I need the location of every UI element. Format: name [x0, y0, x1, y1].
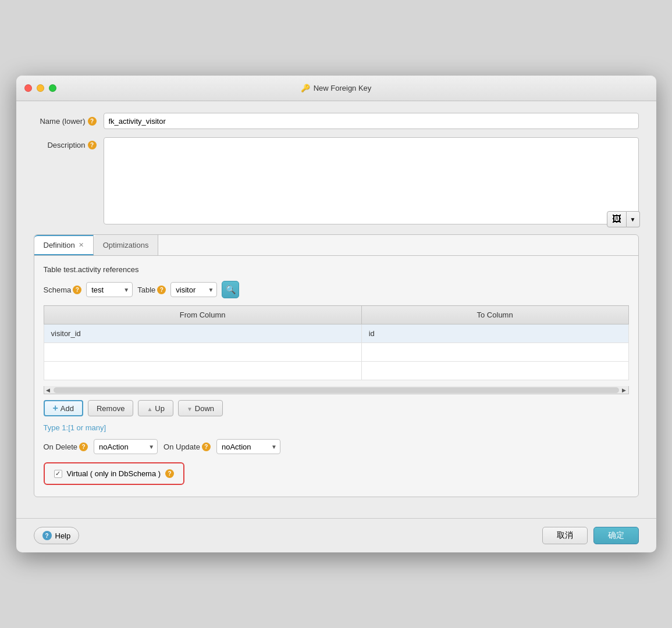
close-button[interactable]: [24, 84, 32, 92]
add-button[interactable]: + Add: [44, 400, 83, 416]
description-label: Description ?: [34, 137, 104, 149]
tab-definition-close[interactable]: ✕: [79, 241, 84, 249]
table-row[interactable]: visitor_id id: [44, 324, 628, 343]
tab-definition[interactable]: Definition ✕: [34, 235, 94, 255]
bottom-bar: ? Help 取消 确定: [16, 518, 656, 552]
textarea-icon-btn[interactable]: 🖼: [607, 211, 627, 227]
traffic-lights: [24, 84, 56, 92]
on-delete-select-wrapper: noAction cascade setNull restrict ▼: [94, 439, 158, 454]
textarea-button-group: 🖼 ▼: [607, 211, 640, 227]
on-update-select-wrapper: noAction cascade setNull restrict ▼: [216, 439, 280, 454]
from-column-cell: [44, 343, 361, 362]
to-column-cell: [361, 362, 628, 380]
to-column-header: To Column: [361, 306, 628, 324]
name-row: Name (lower) ?: [34, 113, 639, 129]
help-button[interactable]: ? Help: [34, 527, 80, 544]
tabs-header: Definition ✕ Optimizations: [34, 235, 638, 256]
schema-table-row: Schema ? test ▼ Table ?: [44, 281, 629, 298]
from-column-cell[interactable]: visitor_id: [44, 324, 361, 343]
window-title: 🔑 New Foreign Key: [301, 84, 372, 92]
tab-definition-content: Table test.activity references Schema ? …: [34, 256, 638, 497]
virtual-label: Virtual ( only in DbSchema ): [67, 469, 161, 478]
on-update-label: On Update ?: [163, 443, 211, 451]
virtual-checkbox[interactable]: [54, 470, 62, 478]
ok-button[interactable]: 确定: [593, 527, 639, 544]
title-icon: 🔑: [301, 84, 310, 92]
virtual-help-icon[interactable]: ?: [165, 469, 174, 478]
table-row[interactable]: [44, 343, 628, 362]
table-select[interactable]: visitor: [170, 282, 217, 297]
cancel-button[interactable]: 取消: [542, 527, 588, 544]
on-delete-help-icon[interactable]: ?: [79, 443, 88, 451]
search-button[interactable]: 🔍: [222, 281, 239, 298]
description-help-icon[interactable]: ?: [88, 141, 97, 149]
table-row[interactable]: [44, 362, 628, 380]
name-input[interactable]: [104, 113, 639, 129]
schema-label: Schema ?: [44, 286, 82, 294]
maximize-button[interactable]: [49, 84, 56, 92]
right-buttons: 取消 确定: [542, 527, 639, 544]
section-title: Table test.activity references: [44, 265, 629, 274]
on-actions-row: On Delete ? noAction cascade setNull res…: [44, 439, 629, 454]
on-delete-label: On Delete ?: [44, 443, 88, 451]
schema-select-wrapper: test ▼: [86, 282, 133, 297]
up-button[interactable]: Up: [138, 400, 173, 416]
type-info: Type 1:[1 or many]: [44, 423, 629, 432]
up-icon: [147, 404, 152, 413]
columns-table: From Column To Column visitor_id id: [44, 305, 629, 380]
minimize-button[interactable]: [37, 84, 44, 92]
description-wrapper: 🖼 ▼: [104, 137, 639, 226]
from-column-header: From Column: [44, 306, 361, 324]
dialog-content: Name (lower) ? Description ? 🖼 ▼: [16, 101, 656, 518]
schema-select[interactable]: test: [86, 282, 133, 297]
description-row: Description ? 🖼 ▼: [34, 137, 639, 226]
horizontal-scrollbar[interactable]: ◀ ▶: [44, 386, 629, 394]
down-button[interactable]: Down: [178, 400, 223, 416]
virtual-checkbox-container[interactable]: Virtual ( only in DbSchema ) ?: [44, 462, 185, 485]
titlebar: 🔑 New Foreign Key: [16, 76, 656, 101]
help-circle-icon: ?: [42, 531, 52, 540]
name-help-icon[interactable]: ?: [88, 117, 97, 126]
to-column-cell[interactable]: id: [361, 324, 628, 343]
on-update-help-icon[interactable]: ?: [202, 443, 211, 451]
add-label: Add: [61, 404, 74, 413]
on-update-select[interactable]: noAction cascade setNull restrict: [216, 439, 280, 454]
plus-icon: +: [53, 403, 58, 413]
down-icon: [187, 404, 193, 413]
scroll-left-arrow[interactable]: ◀: [44, 386, 52, 394]
from-column-cell: [44, 362, 361, 380]
description-textarea[interactable]: [104, 137, 639, 224]
remove-button[interactable]: Remove: [88, 400, 133, 416]
table-select-wrapper: visitor ▼: [170, 282, 217, 297]
scroll-right-arrow[interactable]: ▶: [620, 386, 628, 394]
schema-help-icon[interactable]: ?: [73, 286, 81, 294]
table-label: Table ?: [137, 286, 166, 294]
name-label: Name (lower) ?: [34, 117, 104, 126]
tab-optimizations[interactable]: Optimizations: [94, 235, 159, 255]
on-delete-select[interactable]: noAction cascade setNull restrict: [94, 439, 158, 454]
scrollbar-track[interactable]: [54, 387, 619, 393]
table-help-icon[interactable]: ?: [157, 286, 166, 294]
action-buttons: + Add Remove Up Down: [44, 400, 629, 416]
to-column-cell: [361, 343, 628, 362]
textarea-dropdown-btn[interactable]: ▼: [627, 211, 640, 227]
dialog-window: 🔑 New Foreign Key Name (lower) ? Descrip…: [16, 76, 656, 552]
tabs-section: Definition ✕ Optimizations Table test.ac…: [34, 234, 639, 497]
